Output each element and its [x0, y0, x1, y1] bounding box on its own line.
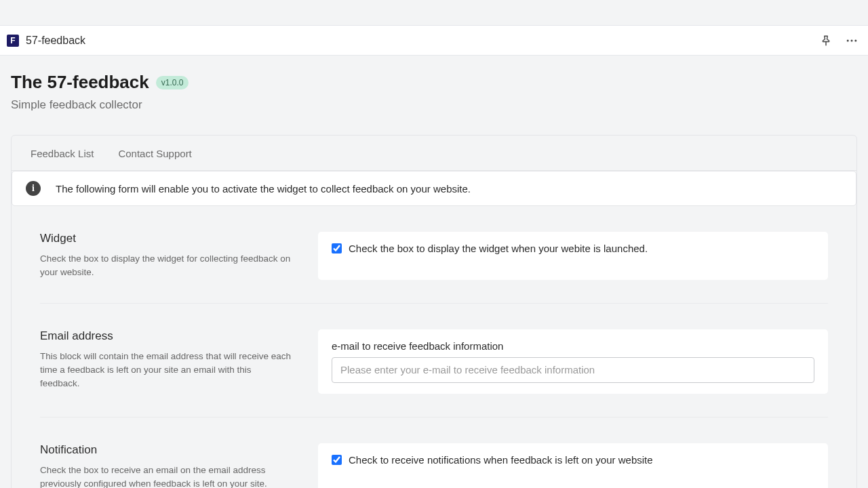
page-body: The 57-feedback v1.0.0 Simple feedback c…	[0, 56, 868, 488]
topbar: F 57-feedback	[0, 25, 868, 56]
section-widget-heading: Widget	[40, 232, 291, 245]
more-icon[interactable]	[844, 33, 860, 49]
info-icon: i	[26, 181, 41, 196]
email-field-label: e-mail to receive feedback information	[332, 340, 814, 352]
settings-card: Feedback List Contact Support i The foll…	[11, 135, 857, 488]
svg-point-2	[851, 39, 853, 41]
tab-contact-support[interactable]: Contact Support	[118, 148, 191, 159]
tab-feedback-list[interactable]: Feedback List	[31, 148, 94, 159]
section-widget: Widget Check the box to display the widg…	[40, 206, 828, 304]
svg-point-3	[854, 39, 856, 41]
page-subtitle: Simple feedback collector	[11, 98, 857, 112]
svg-point-1	[847, 39, 849, 41]
topbar-title: 57-feedback	[26, 35, 85, 47]
info-banner: i The following form will enable you to …	[12, 171, 856, 206]
section-email-desc: This block will contain the email addres…	[40, 350, 291, 391]
section-notification-desc: Check the box to receive an email on the…	[40, 464, 291, 489]
section-widget-desc: Check the box to display the widget for …	[40, 252, 291, 280]
notification-checkbox[interactable]	[332, 455, 342, 465]
widget-checkbox[interactable]	[332, 243, 342, 253]
page-title: The 57-feedback	[11, 72, 149, 93]
notification-checkbox-label: Check to receive notifications when feed…	[349, 454, 653, 466]
app-logo-icon: F	[7, 35, 19, 47]
notification-checkbox-row[interactable]: Check to receive notifications when feed…	[332, 454, 814, 466]
section-notification: Notification Check the box to receive an…	[40, 418, 828, 489]
widget-checkbox-label: Check the box to display the widget when…	[349, 243, 648, 254]
widget-checkbox-row[interactable]: Check the box to display the widget when…	[332, 243, 814, 254]
section-notification-heading: Notification	[40, 443, 291, 457]
section-email: Email address This block will contain th…	[40, 304, 828, 418]
info-banner-text: The following form will enable you to ac…	[56, 183, 471, 195]
section-email-heading: Email address	[40, 329, 291, 343]
window-top-spacer	[0, 0, 868, 25]
version-badge: v1.0.0	[156, 76, 189, 89]
tabs: Feedback List Contact Support	[12, 136, 856, 171]
pin-icon[interactable]	[818, 33, 834, 49]
email-input[interactable]	[332, 357, 814, 383]
